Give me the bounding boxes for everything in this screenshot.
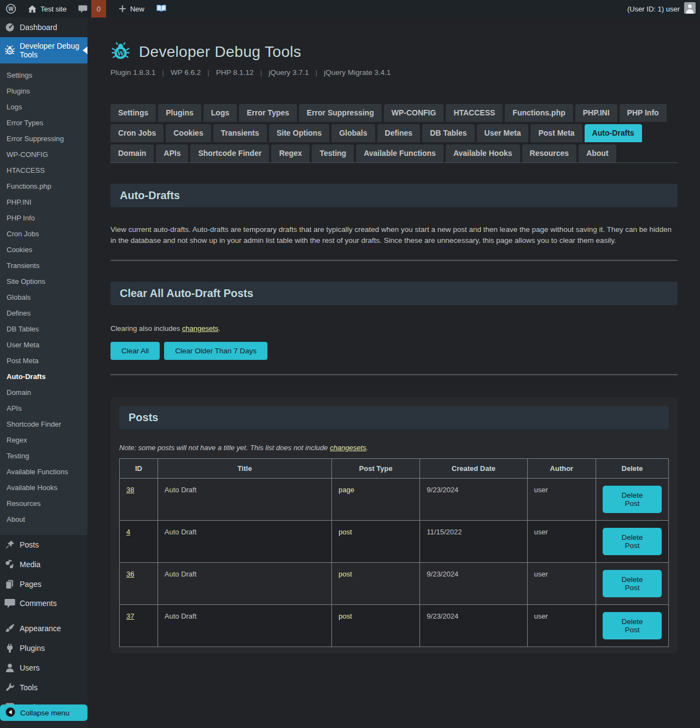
- tab-button[interactable]: Shortcode Finder: [190, 144, 269, 162]
- tab-button[interactable]: Available Functions: [356, 144, 444, 162]
- submenu-item[interactable]: Globals: [0, 289, 88, 305]
- submenu-item[interactable]: Shortcode Finder: [0, 416, 88, 432]
- post-id-link[interactable]: 4: [126, 528, 130, 536]
- sidebar-item-appearance[interactable]: Appearance: [0, 619, 88, 638]
- sidebar-item-label: Posts: [20, 540, 39, 549]
- submenu-item[interactable]: Cron Jobs: [0, 226, 88, 242]
- submenu-item[interactable]: Domain: [0, 385, 88, 400]
- submenu-item[interactable]: Resources: [0, 496, 88, 511]
- submenu-item[interactable]: Defines: [0, 305, 88, 321]
- tab-button[interactable]: Cron Jobs: [110, 124, 164, 142]
- tab-button[interactable]: Domain: [110, 144, 154, 162]
- submenu-item[interactable]: Plugins: [0, 83, 88, 99]
- posts-note-text: Note: some posts will not have a title y…: [119, 444, 330, 452]
- tab-button[interactable]: Regex: [271, 144, 310, 162]
- sidebar-item-media[interactable]: Media: [0, 555, 88, 574]
- submenu-item[interactable]: Transients: [0, 258, 88, 273]
- sidebar-item-label: Media: [20, 560, 40, 569]
- sidebar-item-plugins[interactable]: Plugins: [0, 638, 88, 658]
- submenu-item[interactable]: Logs: [0, 99, 88, 115]
- delete-post-button[interactable]: Delete Post: [603, 486, 662, 513]
- post-title: Auto Draft: [165, 612, 197, 620]
- submenu-item[interactable]: Error Types: [0, 115, 88, 131]
- plugin-version-meta: Plugin 1.8.3.1WP 6.6.2PHP 8.1.12jQuery 3…: [110, 68, 678, 77]
- pending-comment-count: 0: [91, 0, 106, 18]
- submenu-item[interactable]: PHP.INI: [0, 194, 88, 210]
- posts-card: Posts Note: some posts will not have a t…: [110, 397, 678, 653]
- submenu-item[interactable]: Auto-Drafts: [0, 369, 88, 385]
- delete-post-button[interactable]: Delete Post: [603, 612, 662, 639]
- tab-button[interactable]: Defines: [377, 124, 421, 142]
- comments-admin-bar-link[interactable]: 0: [74, 0, 106, 18]
- delete-post-button[interactable]: Delete Post: [603, 528, 662, 555]
- tab-button[interactable]: Available Hooks: [446, 144, 520, 162]
- tab-button[interactable]: Functions.php: [505, 104, 573, 122]
- submenu-item[interactable]: Error Suppressing: [0, 131, 88, 147]
- clearing-note: Clearing also includes changesets.: [110, 324, 678, 333]
- tab-button[interactable]: APIs: [156, 144, 188, 162]
- submenu-item[interactable]: Post Meta: [0, 353, 88, 369]
- clear-all-button[interactable]: Clear All: [110, 342, 160, 360]
- submenu-item[interactable]: Testing: [0, 448, 88, 464]
- changesets-link[interactable]: changesets: [330, 444, 366, 452]
- changesets-link[interactable]: changesets: [182, 324, 219, 333]
- submenu-item[interactable]: APIs: [0, 400, 88, 416]
- post-id-link[interactable]: 38: [126, 486, 134, 494]
- post-id-link[interactable]: 36: [126, 570, 134, 578]
- submenu-item[interactable]: Site Options: [0, 273, 88, 289]
- tab-button[interactable]: Cookies: [166, 124, 211, 142]
- tab-button[interactable]: Plugins: [158, 104, 201, 122]
- submenu-item[interactable]: Available Hooks: [0, 480, 88, 496]
- sidebar-item-tools[interactable]: Tools: [0, 678, 88, 697]
- collapse-arrow-icon: [5, 707, 15, 719]
- tab-button[interactable]: Error Suppressing: [299, 104, 382, 122]
- post-title: Auto Draft: [165, 528, 197, 536]
- sidebar-item-developer-debug-tools[interactable]: W Developer Debug Tools: [0, 37, 88, 63]
- delete-post-button[interactable]: Delete Post: [603, 570, 662, 597]
- submenu-item[interactable]: WP-CONFIG: [0, 147, 88, 162]
- tab-button[interactable]: PHP.INI: [575, 104, 617, 122]
- sidebar-item-dashboard[interactable]: Dashboard: [0, 18, 88, 37]
- site-name-link[interactable]: Test site: [22, 0, 72, 18]
- tab-button[interactable]: Transients: [213, 124, 267, 142]
- tab-button[interactable]: Logs: [203, 104, 237, 122]
- submenu-item[interactable]: DB Tables: [0, 321, 88, 337]
- tab-button[interactable]: HTACCESS: [446, 104, 503, 122]
- submenu-item[interactable]: Available Functions: [0, 464, 88, 480]
- tab-button[interactable]: Testing: [312, 144, 354, 162]
- tab-button[interactable]: DB Tables: [422, 124, 474, 142]
- tab-button[interactable]: Resources: [522, 144, 577, 162]
- sidebar-item-posts[interactable]: Posts: [0, 535, 88, 555]
- plus-icon: [118, 4, 127, 13]
- submenu-item[interactable]: PHP Info: [0, 210, 88, 226]
- clear-older-button[interactable]: Clear Older Than 7 Days: [164, 342, 267, 360]
- collapse-menu-button[interactable]: Collapse menu: [0, 704, 88, 721]
- sidebar-item-comments[interactable]: Comments: [0, 594, 88, 613]
- submenu-item[interactable]: Functions.php: [0, 178, 88, 194]
- sidebar-item-pages[interactable]: Pages: [0, 574, 88, 594]
- submenu-item[interactable]: Cookies: [0, 242, 88, 258]
- submenu-item[interactable]: User Meta: [0, 337, 88, 353]
- wordpress-logo-icon[interactable]: W: [0, 0, 22, 18]
- docs-book-icon[interactable]: [150, 4, 173, 14]
- tab-button[interactable]: User Meta: [477, 124, 529, 142]
- submenu-item[interactable]: Settings: [0, 67, 88, 83]
- tab-button[interactable]: Settings: [110, 104, 156, 122]
- sidebar-item-users[interactable]: Users: [0, 658, 88, 678]
- tab-button[interactable]: Error Types: [239, 104, 297, 122]
- post-id-link[interactable]: 37: [126, 612, 134, 620]
- account-menu[interactable]: (User ID: 1) user: [627, 2, 700, 15]
- tab-button[interactable]: Globals: [331, 124, 375, 142]
- new-content-button[interactable]: New: [113, 0, 150, 18]
- tab-button[interactable]: Site Options: [269, 124, 329, 142]
- submenu-item[interactable]: Regex: [0, 432, 88, 448]
- tab-button[interactable]: WP-CONFIG: [384, 104, 444, 122]
- bug-icon: W: [4, 45, 15, 56]
- tab-button[interactable]: Auto-Drafts: [585, 124, 642, 142]
- submenu-item[interactable]: About: [0, 511, 88, 527]
- svg-text:W: W: [8, 6, 14, 12]
- tab-button[interactable]: Post Meta: [530, 124, 582, 142]
- submenu-item[interactable]: HTACCESS: [0, 162, 88, 178]
- tab-button[interactable]: PHP Info: [620, 104, 667, 122]
- tab-button[interactable]: About: [579, 144, 616, 162]
